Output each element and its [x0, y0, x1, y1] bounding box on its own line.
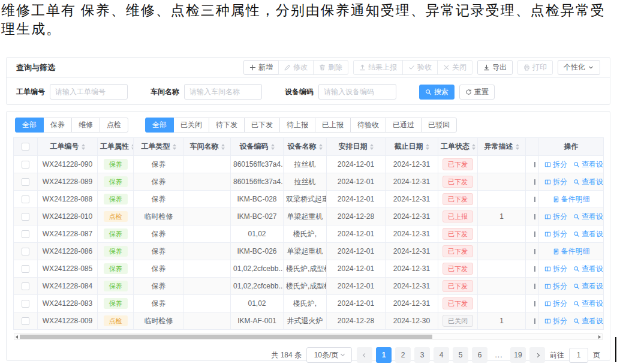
spare-detail-link[interactable]: 备件明细 — [553, 246, 590, 257]
edit-button[interactable]: 修改 — [278, 60, 314, 75]
tab-status-rejected[interactable]: 已驳回 — [421, 118, 457, 133]
page-button[interactable]: 4 — [434, 347, 449, 363]
cell-device-code: 01,02,2cfcebb... — [231, 260, 284, 278]
row-checkbox[interactable] — [22, 300, 29, 308]
cell-start-date: 2024-12-01 — [327, 243, 386, 260]
prev-page-button[interactable] — [357, 347, 372, 363]
row-checkbox[interactable] — [22, 213, 29, 221]
page-size-select[interactable]: 10条/页 — [306, 347, 352, 363]
device-code-input[interactable] — [318, 84, 396, 100]
tab-status-all[interactable]: 全部 — [145, 118, 174, 133]
cell-start-date: 2024-12-01 — [327, 156, 386, 173]
sort-icon[interactable] — [131, 144, 134, 150]
split-link[interactable]: 拆分 — [544, 160, 567, 170]
cell-workshop — [184, 295, 231, 312]
page-button[interactable]: 3 — [414, 347, 430, 363]
scroll-left-arrow-icon[interactable] — [16, 335, 18, 339]
cell-order-id: WX241228-087 — [38, 225, 98, 243]
sort-icon[interactable] — [370, 144, 374, 150]
cell-start-date: 2024-12-01 — [327, 225, 386, 243]
tab-attr-maintain[interactable]: 保养 — [43, 118, 72, 133]
more-pages-button[interactable]: ... — [491, 347, 507, 363]
row-checkbox[interactable] — [22, 161, 29, 169]
row-checkbox[interactable] — [22, 178, 29, 186]
page-button[interactable]: 2 — [395, 347, 411, 363]
cell-order-id: WX241228-086 — [38, 243, 98, 260]
tab-status-closed[interactable]: 已关闭 — [173, 118, 209, 133]
view-device-link[interactable]: 查看设备 — [573, 177, 604, 187]
split-link[interactable]: 拆分 — [544, 177, 567, 187]
page-button[interactable]: 1 — [376, 347, 392, 363]
close-workorder-button[interactable]: 关闭 — [437, 60, 472, 75]
table-row: WX241228-088 保养 保养 IKM-BC-028 双梁桥式起重机 20… — [14, 191, 604, 208]
row-checkbox[interactable] — [22, 282, 29, 290]
view-device-link[interactable]: 查看设备 — [573, 316, 604, 326]
cell-device-code: 860156ffc37a4... — [231, 173, 284, 191]
row-checkbox[interactable] — [22, 317, 29, 325]
split-link[interactable]: 拆分 — [544, 299, 567, 309]
tab-status-issued[interactable]: 已下发 — [244, 118, 280, 133]
split-link[interactable]: 拆分 — [544, 229, 567, 239]
sort-icon[interactable] — [319, 144, 323, 150]
page-button[interactable]: 19 — [510, 347, 526, 363]
page-button[interactable]: 5 — [453, 347, 468, 363]
document-icon — [553, 196, 559, 203]
col-end-date: 截止日期 — [386, 138, 438, 156]
sort-icon[interactable] — [271, 144, 275, 150]
jump-page-input[interactable] — [569, 348, 588, 363]
split-link[interactable]: 拆分 — [544, 264, 567, 274]
select-all-checkbox[interactable] — [22, 143, 29, 151]
horizontal-scrollbar[interactable] — [14, 333, 603, 340]
table-header-row: 工单编号 工单属性 工单类型 车间名称 设备编码 设备名称 安排日期 截止日期 … — [14, 138, 604, 156]
sort-icon[interactable] — [221, 144, 225, 150]
workshop-input[interactable] — [184, 84, 262, 100]
view-device-link[interactable]: 查看设备 — [573, 264, 604, 274]
split-link[interactable]: 拆分 — [544, 316, 567, 326]
row-checkbox[interactable] — [22, 248, 29, 255]
sort-icon[interactable] — [82, 144, 85, 150]
view-device-link[interactable]: 查看设备 — [573, 281, 604, 291]
scrollbar-thumb[interactable] — [20, 335, 432, 339]
cell-order-id: WX241228-085 — [38, 260, 98, 278]
page-button[interactable]: 6 — [472, 347, 487, 363]
order-id-input[interactable] — [50, 84, 128, 100]
print-button[interactable]: 打印 — [517, 60, 553, 75]
query-filter-panel: 查询与筛选 新增 修改 删除 结果上报 验收 关闭 导出 打印 个性化 工单编号… — [6, 57, 610, 105]
delete-button[interactable]: 删除 — [313, 60, 348, 75]
upload-icon — [359, 64, 366, 71]
view-device-link[interactable]: 查看设备 — [573, 299, 604, 309]
view-device-link[interactable]: 查看设备 — [573, 229, 604, 239]
add-button[interactable]: 新增 — [243, 60, 279, 75]
sort-icon[interactable] — [516, 144, 519, 150]
tab-attr-inspect[interactable]: 点检 — [100, 118, 128, 133]
search-button[interactable]: 搜索 — [419, 85, 455, 100]
report-result-button[interactable]: 结果上报 — [353, 60, 403, 75]
next-page-button[interactable] — [529, 347, 545, 363]
personalize-button[interactable]: 个性化 — [558, 60, 600, 75]
reset-button[interactable]: 重置 — [459, 85, 495, 100]
scroll-right-arrow-icon[interactable] — [598, 335, 601, 339]
tab-status-to-report[interactable]: 待上报 — [279, 118, 315, 133]
sort-icon[interactable] — [472, 144, 475, 150]
row-checkbox[interactable] — [22, 230, 29, 238]
tab-status-reported[interactable]: 已上报 — [315, 118, 351, 133]
split-link[interactable]: 拆分 — [544, 281, 567, 291]
split-link[interactable]: 拆分 — [544, 212, 567, 222]
view-device-link[interactable]: 查看设备 — [573, 160, 604, 170]
tab-status-to-accept[interactable]: 待验收 — [350, 118, 386, 133]
accept-button[interactable]: 验收 — [402, 60, 438, 75]
col-operation: 操作 — [539, 138, 604, 156]
export-button[interactable]: 导出 — [477, 60, 513, 75]
sort-icon[interactable] — [426, 144, 429, 150]
tab-attr-repair[interactable]: 维修 — [71, 118, 100, 133]
sort-icon[interactable] — [173, 144, 176, 150]
row-checkbox[interactable] — [22, 195, 29, 203]
cell-start-date: 2024-12-01 — [327, 295, 386, 312]
trash-icon — [319, 64, 326, 71]
tab-status-to-issue[interactable]: 待下发 — [209, 118, 245, 133]
spare-detail-link[interactable]: 备件明细 — [553, 194, 590, 204]
tab-attr-all[interactable]: 全部 — [15, 118, 44, 133]
row-checkbox[interactable] — [22, 265, 29, 273]
tab-status-passed[interactable]: 已通过 — [386, 118, 422, 133]
view-device-link[interactable]: 查看设备 — [573, 212, 604, 222]
